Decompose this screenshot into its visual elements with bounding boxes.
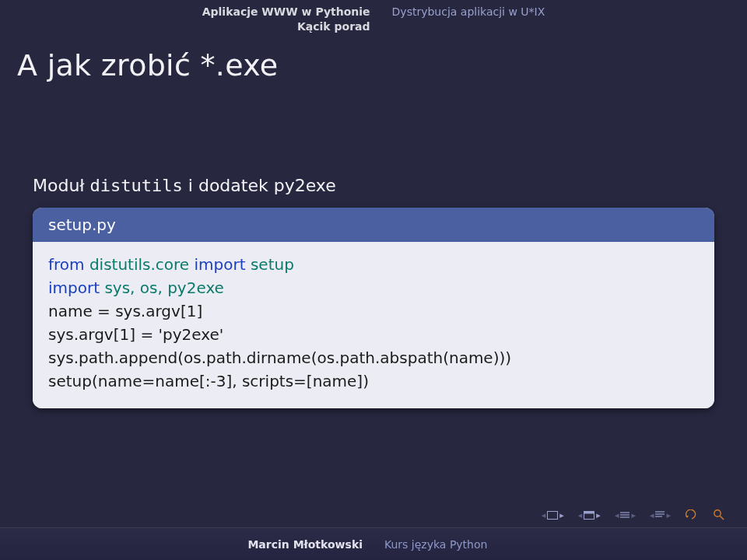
undo-icon [685, 509, 699, 520]
chevron-left-icon: ◂ [615, 510, 619, 520]
code-line-3: name = sys.argv[1] [48, 299, 699, 323]
intro-post: i dodatek py2exe [183, 176, 336, 195]
code-block: setup.py from distutils.core import setu… [33, 208, 714, 408]
code-line-2: import sys, os, py2exe [48, 276, 699, 299]
intro-pre: Moduł [33, 176, 90, 195]
nav-item-www[interactable]: Aplikacje WWW w Pythonie [202, 5, 370, 19]
footer-bar: Marcin Młotkowski Kurs języka Python [0, 527, 747, 560]
chevron-right-icon: ▸ [666, 510, 671, 520]
nav-section-right: Dystrybucja aplikacji w U*IX [381, 5, 545, 34]
svg-point-9 [714, 510, 721, 516]
footer-author: Marcin Młotkowski [0, 538, 374, 551]
intro-mono: distutils [90, 176, 183, 195]
svg-rect-0 [548, 511, 558, 519]
chevron-left-icon: ◂ [578, 510, 583, 520]
nav-search[interactable] [713, 509, 725, 521]
nav-prev-section[interactable]: ◂ ▸ [615, 510, 636, 520]
slide-icon [547, 511, 558, 520]
code-line-5: sys.path.append(os.path.dirname(os.path.… [48, 346, 699, 369]
code-line-4: sys.argv[1] = 'py2exe' [48, 323, 699, 346]
nav-prev-subsection[interactable]: ◂ ▸ [578, 510, 601, 520]
beamer-nav-icons: ◂ ▸ ◂ ▸ ◂ ▸ ◂ ▸ [542, 509, 725, 521]
svg-line-10 [720, 516, 724, 520]
intro-text: Moduł distutils i dodatek py2exe [33, 176, 714, 195]
section-icon [620, 510, 630, 520]
nav-back[interactable] [685, 509, 699, 520]
chevron-right-icon: ▸ [596, 510, 601, 520]
search-icon [713, 509, 725, 521]
nav-item-tips[interactable]: Kącik porad [202, 19, 370, 34]
chevron-right-icon: ▸ [631, 510, 636, 520]
footer-course: Kurs języka Python [374, 538, 747, 551]
svg-rect-2 [584, 511, 594, 513]
code-block-title: setup.py [33, 208, 714, 242]
subsection-icon [584, 511, 594, 520]
code-line-1: from distutils.core import setup [48, 253, 699, 276]
content-area: Moduł distutils i dodatek py2exe setup.p… [0, 82, 747, 408]
code-line-6: setup(name=name[:-3], scripts=[name]) [48, 369, 699, 393]
chevron-left-icon: ◂ [650, 510, 654, 520]
nav-item-distribution[interactable]: Dystrybucja aplikacji w U*IX [392, 5, 545, 19]
nav-prev-slide[interactable]: ◂ ▸ [542, 510, 564, 520]
nav-prev-doc[interactable]: ◂ ▸ [650, 510, 671, 520]
code-block-body: from distutils.core import setup import … [33, 242, 714, 408]
slide-title: A jak zrobić *.exe [0, 34, 747, 82]
chevron-left-icon: ◂ [542, 510, 546, 520]
chevron-right-icon: ▸ [559, 510, 564, 520]
header-nav: Aplikacje WWW w Pythonie Kącik porad Dys… [0, 0, 747, 34]
nav-section-left: Aplikacje WWW w Pythonie Kącik porad [202, 5, 381, 34]
doc-icon [655, 510, 665, 520]
